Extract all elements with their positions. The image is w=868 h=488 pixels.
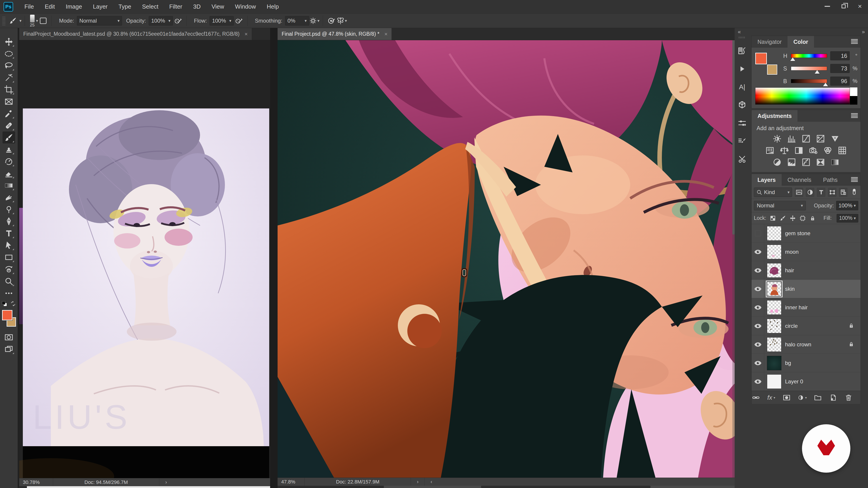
visibility-toggle[interactable] (752, 280, 764, 298)
close-button[interactable]: × (852, 0, 868, 13)
brush-settings-panel-icon[interactable] (737, 135, 748, 147)
eraser-tool[interactable] (2, 167, 15, 180)
panel-menu-icon[interactable] (851, 113, 858, 118)
link-layers-icon[interactable] (752, 393, 760, 402)
visibility-toggle[interactable] (752, 335, 764, 354)
crop-tool[interactable] (2, 84, 15, 96)
hue-value-field[interactable]: 16 (830, 51, 850, 60)
color-balance-icon[interactable] (779, 145, 789, 156)
menu-help[interactable]: Help (261, 0, 284, 13)
move-tool[interactable] (2, 36, 15, 48)
size-pressure-icon[interactable] (326, 15, 337, 26)
restore-button[interactable] (835, 0, 852, 13)
rotate-view-tool[interactable] (2, 263, 15, 275)
layer-row-hair[interactable]: hair (752, 261, 861, 280)
edit-toolbar-ellipsis-icon[interactable] (2, 287, 15, 299)
zoom-tool[interactable] (2, 275, 15, 287)
layer-thumbnail[interactable] (767, 282, 781, 296)
eyedropper-tool[interactable] (2, 107, 15, 120)
menu-image[interactable]: Image (60, 0, 88, 13)
add-layer-mask-icon[interactable] (782, 393, 791, 402)
filter-pixel-layers-icon[interactable] (795, 188, 803, 197)
horizontal-scrollbar[interactable] (27, 486, 270, 488)
brush-tool[interactable] (2, 131, 15, 143)
panel-menu-icon[interactable] (851, 39, 858, 44)
brightness-contrast-icon[interactable] (772, 134, 782, 144)
brightness-value-field[interactable]: 96 (830, 76, 850, 86)
visibility-toggle[interactable] (752, 354, 764, 372)
filter-shape-layers-icon[interactable] (828, 188, 836, 197)
painting-canvas[interactable] (278, 40, 735, 478)
smoothing-options-gear-icon[interactable]: ▾ (309, 15, 320, 26)
close-tab-icon[interactable]: × (384, 31, 388, 37)
chevron-down-icon[interactable]: ▾ (36, 18, 38, 23)
type-tool[interactable] (2, 227, 15, 239)
menu-window[interactable]: Window (230, 0, 261, 13)
character-panel-icon[interactable]: A| (737, 81, 748, 93)
scroll-left-arrow-icon[interactable]: ‹ (425, 478, 438, 486)
exposure-icon[interactable] (815, 134, 826, 144)
brightness-slider[interactable] (791, 79, 827, 83)
zoom-level-field[interactable]: 30.78% (19, 478, 53, 486)
layer-thumbnail[interactable] (767, 226, 781, 240)
lock-image-pixels-icon[interactable] (779, 215, 786, 221)
new-layer-icon[interactable] (829, 393, 837, 402)
layer-thumbnail[interactable] (767, 319, 781, 333)
menu-file[interactable]: File (19, 0, 39, 13)
lock-all-icon[interactable] (809, 215, 816, 221)
close-tab-icon[interactable]: × (245, 31, 248, 37)
brush-preset-picker[interactable]: 25 (30, 15, 35, 27)
color-lookup-icon[interactable] (837, 145, 847, 156)
lock-position-icon[interactable] (789, 215, 796, 221)
delete-layer-icon[interactable] (844, 393, 853, 402)
default-colors-icon[interactable] (2, 301, 7, 307)
layer-thumbnail[interactable] (767, 245, 781, 259)
layer-blend-mode-select[interactable]: Normal▾ (754, 201, 806, 210)
document-tab-final-project[interactable]: Final Project.psd @ 47.8% (skin, RGB/8) … (278, 28, 392, 40)
layer-filter-toggle[interactable] (850, 187, 858, 197)
foreground-color-swatch[interactable] (2, 310, 12, 320)
options-grip[interactable] (2, 16, 5, 26)
frame-tool[interactable] (2, 96, 15, 107)
moodboard-canvas[interactable]: LIU'S (19, 40, 270, 478)
saturation-value-field[interactable]: 73 (830, 64, 850, 73)
filter-type-layers-icon[interactable] (817, 188, 825, 197)
layer-row-circle[interactable]: circle (752, 317, 861, 335)
3d-panel-icon[interactable] (737, 99, 748, 111)
tab-layers[interactable]: Layers (752, 174, 782, 186)
actions-panel-icon[interactable] (737, 63, 748, 74)
properties-panel-icon[interactable] (737, 118, 748, 129)
layer-thumbnail[interactable] (767, 375, 781, 389)
foreground-color-swatch[interactable] (755, 53, 767, 64)
scrollbar-thumb[interactable] (481, 486, 651, 488)
new-adjustment-layer-icon[interactable]: ▾ (798, 393, 807, 402)
visibility-toggle[interactable] (752, 317, 764, 335)
smudge-tool[interactable] (2, 191, 15, 203)
tab-paths[interactable]: Paths (817, 174, 843, 186)
filter-adjustment-layers-icon[interactable] (806, 188, 814, 197)
dodge-tool[interactable] (2, 203, 15, 215)
tab-navigator[interactable]: Navigator (752, 36, 787, 48)
history-brush-tool[interactable] (2, 156, 15, 167)
vertical-scrollbar[interactable] (733, 40, 735, 478)
swap-colors-icon[interactable] (10, 301, 16, 307)
layer-row-moon[interactable]: moon (752, 242, 861, 261)
layer-fill-select[interactable]: 100%▾ (837, 214, 858, 223)
filter-smart-objects-icon[interactable] (839, 188, 847, 197)
black-white-icon[interactable] (794, 145, 804, 156)
tab-adjustments[interactable]: Adjustments (752, 110, 798, 122)
color-spectrum-ramp[interactable] (755, 88, 857, 105)
menu-edit[interactable]: Edit (39, 0, 60, 13)
menu-filter[interactable]: Filter (164, 0, 188, 13)
layer-row-layer-0[interactable]: Layer 0 (752, 372, 861, 391)
layer-thumbnail[interactable] (767, 356, 781, 370)
blend-mode-select[interactable]: Normal▾ (77, 16, 122, 26)
status-chevron-icon[interactable]: › (411, 478, 425, 486)
layer-row-gem-stone[interactable]: gem stone (752, 224, 861, 242)
flow-select[interactable]: 100%▾ (210, 16, 234, 26)
marquee-tool[interactable] (2, 48, 15, 60)
path-selection-tool[interactable] (2, 239, 15, 251)
visibility-toggle[interactable] (752, 242, 764, 261)
toggle-brush-settings-icon[interactable] (38, 15, 49, 26)
healing-brush-tool[interactable] (2, 120, 15, 131)
